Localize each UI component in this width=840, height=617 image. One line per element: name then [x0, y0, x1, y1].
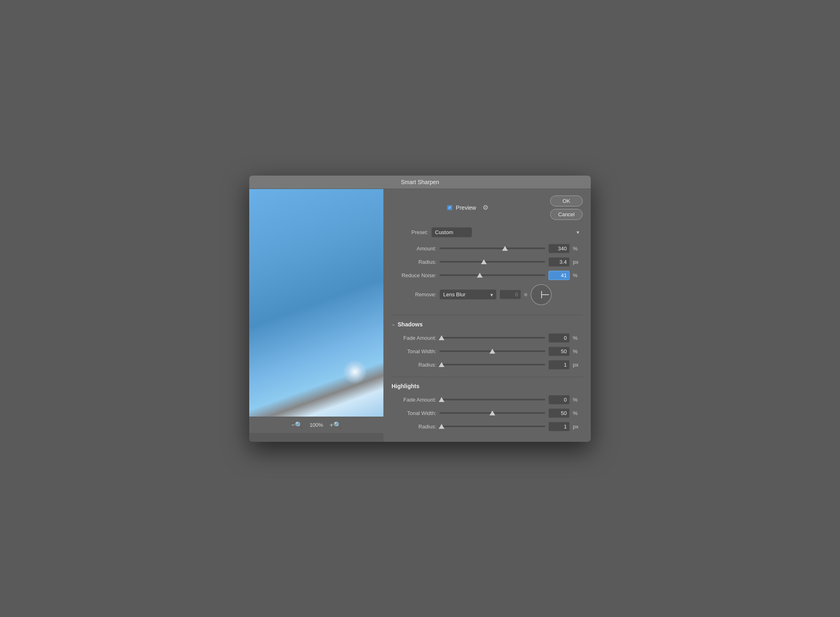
- shadows-tonal-width-row: Tonal Width: %: [392, 347, 583, 356]
- shadows-fade-label: Fade Amount:: [392, 335, 436, 341]
- preset-row: Preset: Custom Default Save Preset...: [392, 227, 583, 237]
- amount-label: Amount:: [392, 245, 436, 252]
- zoom-level: 100%: [309, 422, 323, 428]
- highlights-radius-thumb: [439, 424, 444, 429]
- preset-select[interactable]: Custom Default Save Preset...: [431, 227, 472, 237]
- shadows-radius-track: [440, 364, 545, 365]
- highlights-tonal-value[interactable]: [548, 408, 570, 418]
- highlights-tonal-track: [440, 412, 545, 414]
- highlights-radius-slider[interactable]: [440, 422, 545, 430]
- preview-controls: −🔍 100% +🔍: [249, 417, 383, 433]
- highlights-tonal-width-row: Tonal Width: %: [392, 408, 583, 418]
- preview-panel: −🔍 100% +🔍: [249, 189, 383, 442]
- amount-value[interactable]: [548, 244, 570, 253]
- remove-label: Remove:: [392, 291, 436, 298]
- reduce-noise-thumb: [477, 273, 483, 278]
- shadows-radius-unit: px: [573, 362, 583, 368]
- amount-unit: %: [573, 245, 583, 252]
- highlights-fade-value[interactable]: [548, 395, 570, 404]
- shadows-fade-amount-row: Fade Amount: %: [392, 333, 583, 343]
- shadows-radius-label: Radius:: [392, 362, 436, 368]
- reduce-noise-row: Reduce Noise: %: [392, 271, 583, 280]
- reduce-noise-slider-wrapper[interactable]: [440, 271, 545, 279]
- remove-select[interactable]: Gaussian Blur Lens Blur Motion Blur: [440, 289, 496, 300]
- reduce-noise-unit: %: [573, 272, 583, 278]
- shadows-chevron[interactable]: ⌄: [392, 322, 395, 327]
- shadows-title: Shadows: [398, 321, 422, 328]
- shadows-fade-unit: %: [573, 335, 583, 341]
- highlights-radius-unit: px: [573, 424, 583, 430]
- remove-select-wrapper: Gaussian Blur Lens Blur Motion Blur: [440, 289, 496, 300]
- reduce-noise-label: Reduce Noise:: [392, 272, 436, 278]
- preset-label: Preset:: [392, 229, 428, 235]
- amount-slider-wrapper[interactable]: [440, 244, 545, 252]
- highlights-tonal-thumb: [490, 411, 495, 415]
- zoom-in-icon[interactable]: +🔍: [330, 421, 342, 429]
- highlights-radius-value[interactable]: [548, 422, 570, 431]
- shadows-fade-thumb: [439, 335, 444, 340]
- gear-button[interactable]: ⚙: [483, 204, 488, 211]
- action-buttons: OK Cancel: [550, 196, 583, 220]
- highlights-tonal-slider[interactable]: [440, 409, 545, 417]
- preset-select-wrapper: Custom Default Save Preset...: [431, 227, 583, 237]
- ok-button[interactable]: OK: [550, 196, 583, 206]
- controls-panel: ✓ Preview ⚙ OK Cancel Preset: Custom Def…: [383, 189, 591, 442]
- dialog-title: Smart Sharpen: [249, 176, 591, 189]
- reduce-noise-value[interactable]: [548, 271, 570, 280]
- radius-label: Radius:: [392, 259, 436, 265]
- amount-thumb: [502, 246, 508, 251]
- highlights-radius-row: Radius: px: [392, 422, 583, 431]
- highlights-fade-track: [440, 399, 545, 400]
- highlights-section-header: Highlights: [392, 377, 583, 389]
- highlights-fade-label: Fade Amount:: [392, 397, 436, 403]
- highlights-fade-unit: %: [573, 397, 583, 403]
- top-row: ✓ Preview ⚙ OK Cancel: [392, 196, 583, 220]
- shadows-fade-slider[interactable]: [440, 334, 545, 342]
- radius-track: [440, 261, 545, 263]
- amount-track: [440, 248, 545, 249]
- smart-sharpen-dialog: Smart Sharpen −🔍 100% +🔍 ✓ Preview ⚙ OK: [249, 176, 591, 442]
- remove-row: Remove: Gaussian Blur Lens Blur Motion B…: [392, 284, 583, 305]
- cancel-button[interactable]: Cancel: [550, 209, 583, 220]
- radius-unit: px: [573, 259, 583, 265]
- shadows-tonal-label: Tonal Width:: [392, 348, 436, 354]
- preview-checkbox[interactable]: ✓: [447, 205, 453, 211]
- zoom-out-icon[interactable]: −🔍: [291, 421, 303, 429]
- highlights-fade-slider[interactable]: [440, 395, 545, 404]
- reduce-noise-track: [440, 274, 545, 276]
- shadows-radius-thumb: [439, 362, 444, 367]
- radius-value[interactable]: [548, 257, 570, 267]
- shadows-tonal-thumb: [490, 349, 495, 354]
- angle-dot: [524, 293, 527, 296]
- shadows-radius-slider[interactable]: [440, 361, 545, 369]
- shadows-radius-row: Radius: px: [392, 360, 583, 369]
- shadows-tonal-slider[interactable]: [440, 347, 545, 355]
- shadows-fade-track: [440, 337, 545, 339]
- radius-row: Radius: px: [392, 257, 583, 267]
- highlights-radius-track: [440, 426, 545, 427]
- preview-label: Preview: [456, 204, 476, 211]
- shadows-tonal-unit: %: [573, 348, 583, 354]
- highlights-fade-thumb: [439, 397, 444, 402]
- preview-image[interactable]: [249, 189, 383, 417]
- highlights-radius-label: Radius:: [392, 424, 436, 430]
- angle-wheel[interactable]: [531, 284, 552, 305]
- highlights-title: Highlights: [392, 383, 419, 389]
- shadows-fade-value[interactable]: [548, 333, 570, 343]
- preview-check-area: ✓ Preview ⚙: [392, 204, 544, 211]
- title-text: Smart Sharpen: [401, 179, 439, 185]
- radius-slider-wrapper[interactable]: [440, 258, 545, 266]
- highlights-tonal-unit: %: [573, 410, 583, 416]
- shadows-radius-value[interactable]: [548, 360, 570, 369]
- amount-row: Amount: %: [392, 244, 583, 253]
- angle-value[interactable]: [500, 290, 521, 299]
- radius-thumb: [481, 259, 487, 264]
- shadows-section-header: ⌄ Shadows: [392, 315, 583, 328]
- highlights-fade-amount-row: Fade Amount: %: [392, 395, 583, 404]
- shadows-tonal-track: [440, 350, 545, 352]
- highlights-tonal-label: Tonal Width:: [392, 410, 436, 416]
- shadows-tonal-value[interactable]: [548, 347, 570, 356]
